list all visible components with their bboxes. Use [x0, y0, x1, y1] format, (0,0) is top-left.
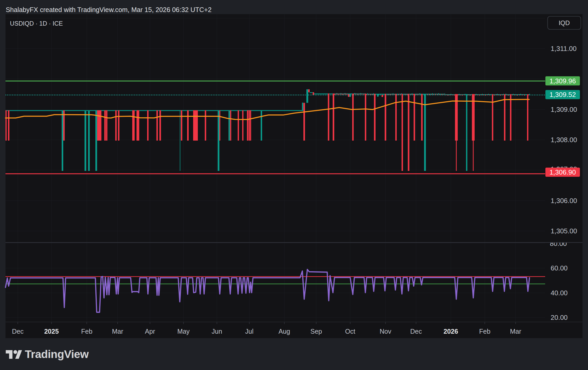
svg-text:Aug: Aug: [279, 328, 290, 335]
svg-text:Jul: Jul: [245, 328, 253, 335]
svg-text:Mar: Mar: [112, 328, 123, 335]
svg-text:IQD: IQD: [559, 19, 570, 26]
svg-text:May: May: [177, 328, 190, 335]
svg-text:1,306.90: 1,306.90: [549, 168, 576, 176]
svg-text:USDIQD · 1D · ICE: USDIQD · 1D · ICE: [10, 20, 63, 27]
svg-text:Mar: Mar: [510, 328, 521, 335]
svg-text:1,311.00: 1,311.00: [551, 45, 577, 53]
svg-text:40.00: 40.00: [551, 289, 568, 297]
svg-text:Dec: Dec: [410, 328, 422, 335]
svg-text:Feb: Feb: [479, 328, 490, 335]
svg-text:1,308.00: 1,308.00: [551, 136, 577, 144]
svg-text:Jun: Jun: [212, 328, 222, 335]
svg-text:1,305.00: 1,305.00: [551, 227, 577, 235]
svg-text:Sep: Sep: [310, 328, 322, 335]
svg-text:Dec: Dec: [12, 328, 24, 335]
svg-text:ShalabyFX created with Trading: ShalabyFX created with TradingView.com, …: [6, 6, 212, 13]
svg-text:TradingView: TradingView: [25, 348, 89, 360]
svg-text:Feb: Feb: [81, 328, 92, 335]
svg-text:2026: 2026: [443, 328, 458, 335]
svg-text:20.00: 20.00: [551, 314, 568, 321]
svg-text:1,309.00: 1,309.00: [551, 106, 577, 113]
svg-text:Nov: Nov: [380, 328, 391, 335]
svg-text:1,309.52: 1,309.52: [549, 91, 576, 99]
svg-text:Oct: Oct: [345, 328, 355, 335]
svg-text:1,309.96: 1,309.96: [549, 77, 576, 85]
svg-text:Apr: Apr: [145, 328, 155, 335]
svg-text:1,306.00: 1,306.00: [551, 197, 577, 205]
svg-text:60.00: 60.00: [551, 264, 568, 272]
svg-text:2025: 2025: [44, 328, 59, 335]
